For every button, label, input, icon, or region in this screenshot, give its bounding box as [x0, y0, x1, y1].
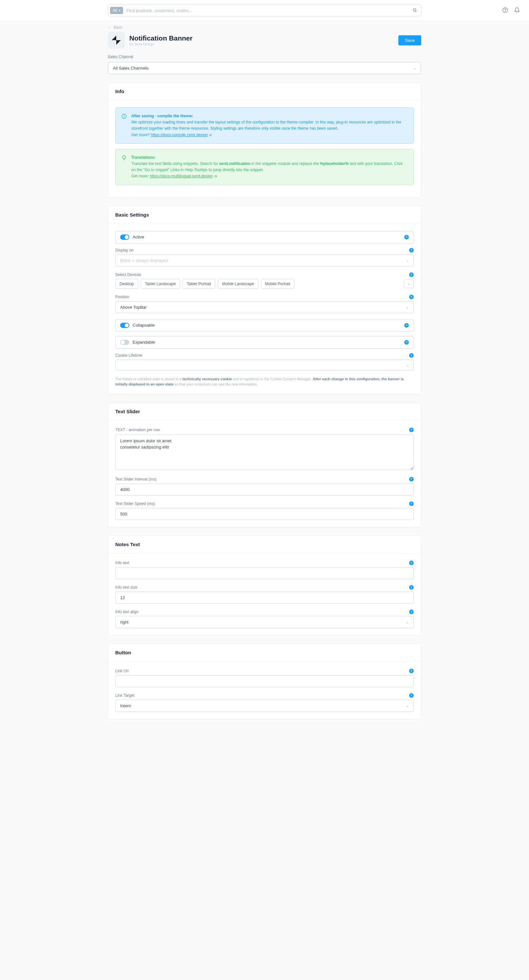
- help-icon[interactable]: ?: [404, 340, 409, 345]
- help-icon[interactable]: ?: [409, 585, 414, 590]
- devices-expand[interactable]: ⌄: [404, 279, 414, 288]
- sales-channel-label: Sales Channel: [108, 54, 421, 59]
- svg-point-6: [124, 115, 124, 116]
- help-icon[interactable]: ?: [404, 323, 409, 328]
- sales-channel-select[interactable]: All Sales Channels ⌄: [108, 62, 421, 74]
- translations-bold1: zenit.notification: [219, 161, 250, 166]
- link-url-label: Link Url: [115, 669, 129, 673]
- active-toggle[interactable]: [120, 235, 129, 240]
- device-chip-tablet-landscape[interactable]: Tablet Landscape: [141, 279, 180, 289]
- translations-link[interactable]: https://docs-multilingual.zenit.design: [150, 174, 213, 178]
- help-icon[interactable]: ?: [409, 477, 414, 482]
- top-bar: All ▾: [0, 0, 529, 21]
- cookie-lifetime-select[interactable]: ⌄: [115, 360, 414, 371]
- device-chip-mobile-portrait[interactable]: Mobile Portrait: [261, 279, 294, 289]
- help-icon[interactable]: ?: [409, 295, 414, 299]
- global-search[interactable]: All ▾: [108, 5, 421, 16]
- text-anim-textarea[interactable]: [115, 434, 414, 470]
- info-text-size-label: Info text size: [115, 585, 137, 590]
- link-target-select[interactable]: Intern ⌄: [115, 700, 414, 712]
- display-on-label: Display on: [115, 248, 133, 253]
- text-anim-label: TEXT - animation per row: [115, 428, 160, 432]
- info-text-align-select[interactable]: right ⌄: [115, 616, 414, 628]
- back-link[interactable]: ← Back: [108, 25, 421, 30]
- info-icon: [121, 114, 127, 138]
- page-header: Notification Banner by Zenit Design Save: [108, 32, 421, 49]
- help-icon[interactable]: ?: [409, 669, 414, 673]
- back-label: Back: [114, 25, 122, 30]
- collapsable-toggle[interactable]: [120, 323, 129, 328]
- page-author: by Zenit Design: [129, 42, 193, 46]
- search-scope-label: All: [113, 8, 117, 13]
- position-select[interactable]: Above TopBar ⌄: [115, 301, 414, 313]
- cookie-lifetime-label: Cookie Lifetime: [115, 353, 142, 358]
- notifications-icon[interactable]: [514, 7, 520, 14]
- info-text-align-label: Info text align: [115, 609, 138, 614]
- compile-alert: After saving - compile the theme: We opt…: [115, 108, 414, 144]
- position-value: Above TopBar: [120, 305, 147, 310]
- help-icon[interactable]: ?: [409, 272, 414, 277]
- display-on-placeholder: Blank = always displayed.: [120, 258, 169, 263]
- help-icon[interactable]: [502, 7, 508, 14]
- search-input[interactable]: [125, 8, 408, 13]
- link-target-label: Link Target: [115, 693, 134, 698]
- slider-speed-label: Text Slider Speed (ms): [115, 501, 155, 506]
- compile-getmore: Get more?: [131, 133, 150, 137]
- help-icon[interactable]: ?: [409, 501, 414, 506]
- translations-body1: Translate the text fields using snippets…: [131, 161, 219, 166]
- link-url-input[interactable]: [115, 675, 414, 687]
- select-devices-label: Select Devices: [115, 272, 141, 277]
- help-icon[interactable]: ?: [404, 235, 409, 239]
- chevron-down-icon: ⌄: [406, 620, 409, 624]
- lightbulb-icon: [121, 155, 127, 180]
- collapsable-row: Collapsable ?: [115, 319, 414, 332]
- search-scope-dropdown[interactable]: All ▾: [110, 7, 123, 14]
- page-title: Notification Banner: [129, 34, 193, 42]
- select-devices-row: Desktop Tablet Landscape Tablet Portrait…: [115, 279, 414, 289]
- chevron-down-icon: ▾: [119, 9, 121, 12]
- svg-point-3: [505, 11, 505, 11]
- help-icon[interactable]: ?: [409, 248, 414, 253]
- top-actions: [502, 7, 520, 14]
- translations-body2: in the snippets module and replace the: [250, 161, 320, 166]
- translations-heading: Translations:: [131, 155, 156, 160]
- translations-alert: Translations: Translate the text fields …: [115, 149, 414, 185]
- arrow-left-icon: ←: [108, 25, 112, 30]
- help-icon[interactable]: ?: [409, 428, 414, 432]
- expandable-toggle[interactable]: [120, 340, 129, 345]
- svg-point-2: [503, 8, 508, 13]
- button-card-title: Button: [108, 644, 421, 662]
- position-label: Position: [115, 295, 129, 299]
- expandable-row: Expandable ?: [115, 336, 414, 348]
- sales-channel-value: All Sales Channels: [113, 66, 149, 70]
- device-chip-mobile-landscape[interactable]: Mobile Landscape: [218, 279, 258, 289]
- chevron-down-icon: ⌄: [413, 66, 416, 70]
- collapsable-label: Collapsable: [133, 323, 401, 328]
- external-link-icon: ⧉: [209, 133, 211, 137]
- help-icon[interactable]: ?: [409, 560, 414, 565]
- compile-link[interactable]: https://docs-compile.zenit.design: [151, 133, 208, 137]
- basic-settings-title: Basic Settings: [108, 206, 421, 224]
- chevron-down-icon: ⌄: [406, 305, 409, 309]
- plugin-logo: [108, 32, 125, 49]
- active-row: Active ?: [115, 231, 414, 243]
- help-icon[interactable]: ?: [409, 609, 414, 614]
- device-chip-tablet-portrait[interactable]: Tablet Portrait: [183, 279, 215, 289]
- help-icon[interactable]: ?: [409, 353, 414, 358]
- compile-body: We optimize your loading times and trans…: [131, 120, 401, 130]
- chevron-down-icon: ⌄: [406, 259, 409, 262]
- slider-speed-input[interactable]: [115, 508, 414, 520]
- help-icon[interactable]: ?: [409, 693, 414, 698]
- info-text-align-value: right: [120, 620, 128, 625]
- translations-getmore: Get more:: [131, 174, 149, 178]
- save-button[interactable]: Save: [399, 35, 421, 45]
- svg-point-0: [413, 8, 416, 11]
- expandable-label: Expandable: [133, 340, 401, 345]
- info-text-size-input[interactable]: [115, 592, 414, 604]
- info-text-input[interactable]: [115, 567, 414, 579]
- slider-interval-input[interactable]: [115, 484, 414, 496]
- slider-interval-label: Text Slider Interval (ms): [115, 477, 156, 482]
- search-icon[interactable]: [412, 8, 417, 13]
- device-chip-desktop[interactable]: Desktop: [115, 279, 138, 289]
- display-on-select[interactable]: Blank = always displayed. ⌄: [115, 255, 414, 267]
